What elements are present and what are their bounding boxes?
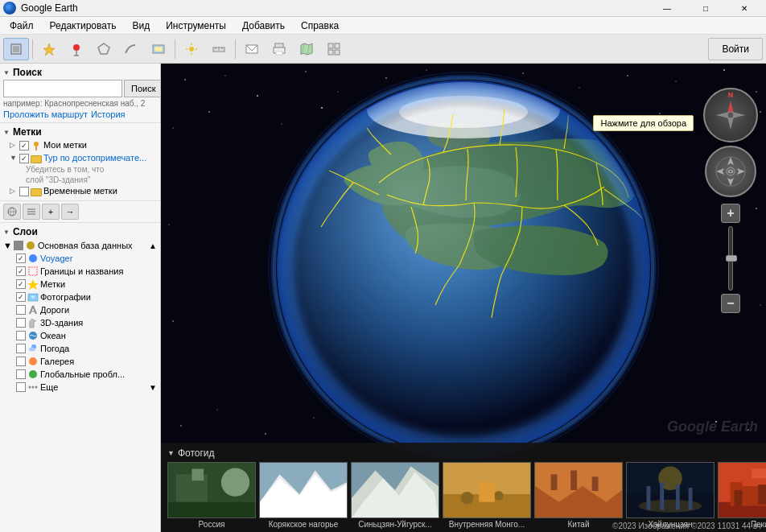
svg-rect-8 (154, 47, 163, 52)
photo-xinjiang[interactable]: Синьцзян-Уйгурск... (351, 462, 439, 529)
menu-help[interactable]: Справка (294, 19, 345, 33)
svg-rect-140 (647, 486, 651, 509)
search-button[interactable]: Поиск (124, 80, 161, 97)
checkbox-3d[interactable] (16, 318, 26, 328)
overlay-button[interactable] (146, 38, 171, 60)
compass[interactable]: N (703, 88, 758, 142)
checkbox-marks[interactable]: ✓ (16, 279, 26, 289)
placemark-button[interactable] (64, 38, 89, 60)
layers-header[interactable]: ▼ Слои (3, 226, 157, 237)
layer-weather: Погода (3, 342, 157, 355)
zoom-out-button[interactable]: − (721, 294, 740, 313)
watermark: Google Earth (667, 419, 758, 435)
checkbox-temp[interactable] (19, 187, 29, 196)
menu-edit[interactable]: Редактировать (43, 19, 123, 33)
layer-marks-label: Метки (40, 279, 65, 289)
checkbox-voyager[interactable]: ✓ (16, 254, 26, 263)
main-layout: ▼ Поиск Поиск например: Краснопресненска… (0, 64, 766, 532)
photo-heilongjiang[interactable]: Хэйлунцзян (626, 462, 715, 529)
toolbar-sep-3 (235, 39, 236, 59)
menu-file[interactable]: Файл (3, 19, 40, 33)
route-link[interactable]: Проложить маршрут (3, 109, 88, 119)
photogid-header: ▼ Фотогид (161, 446, 766, 462)
scroll-down-icon[interactable]: ▼ (149, 383, 157, 392)
checkbox-gallery[interactable] (16, 357, 26, 366)
compass-n-label: N (728, 91, 734, 99)
svg-rect-149 (735, 490, 743, 506)
layer-roads: Дороги (3, 303, 157, 316)
ruler-button[interactable] (206, 38, 232, 60)
marks-header[interactable]: ▼ Метки (3, 126, 157, 138)
svg-rect-141 (660, 482, 664, 509)
svg-line-44 (33, 306, 36, 314)
checkbox-main-db[interactable] (14, 241, 23, 250)
login-button[interactable]: Войти (708, 38, 763, 60)
checkbox-photos[interactable]: ✓ (16, 292, 26, 302)
photo-thumb-china (534, 462, 623, 518)
search-input[interactable] (3, 80, 122, 97)
checkbox-roads[interactable] (16, 305, 26, 315)
move-tool-button[interactable] (3, 38, 29, 60)
zoom-slider-track[interactable] (728, 226, 733, 291)
expand-tour[interactable]: ▼ (10, 154, 18, 162)
close-button[interactable]: ✕ (726, 0, 763, 17)
buildings-icon (27, 317, 39, 328)
menu-add[interactable]: Добавить (236, 19, 291, 33)
scroll-up-icon[interactable]: ▲ (149, 241, 157, 250)
checkbox-weather[interactable] (16, 344, 26, 353)
tour-warn-text: Убедитесь в том, чтослой "3D-здания" (3, 164, 157, 185)
layer-add-btn[interactable]: + (42, 204, 60, 220)
polygon-button[interactable] (91, 38, 117, 60)
menu-tools[interactable]: Инструменты (159, 19, 233, 33)
checkbox-borders[interactable]: ✓ (16, 266, 26, 276)
path-button[interactable] (118, 38, 144, 60)
photogid-triangle[interactable]: ▼ (167, 449, 175, 457)
checkbox-my-marks[interactable]: ✓ (19, 141, 29, 151)
layer-voyager-label[interactable]: Voyager (40, 254, 72, 263)
marks-item-my-label: Мои метки (43, 140, 87, 150)
expand-my-marks[interactable]: ▷ (10, 141, 18, 149)
photo-koryak[interactable]: Корякское нагорье (259, 462, 348, 529)
map-button[interactable] (294, 38, 319, 60)
expand-temp[interactable]: ▷ (10, 187, 18, 195)
photo-russia[interactable]: Россия (167, 462, 256, 529)
checkbox-tour[interactable]: ✓ (19, 154, 29, 163)
search-header[interactable]: ▼ Поиск (3, 67, 157, 78)
status-text: ©2023 Изображения ©2023 11031 44 вч (612, 522, 761, 530)
layer-globe-btn[interactable] (3, 204, 21, 220)
maximize-button[interactable]: □ (687, 0, 724, 17)
photo-china[interactable]: Китай (534, 462, 623, 529)
photo-mongolia[interactable]: Внутренняя Монго... (443, 462, 531, 529)
zoom-in-button[interactable]: + (721, 204, 740, 223)
svg-point-71 (172, 127, 173, 128)
map-area[interactable]: N (161, 64, 766, 532)
tilt-ring[interactable] (705, 146, 756, 197)
layer-3d-label: 3D-здания (40, 318, 83, 328)
layer-borders-label: Границы и названия (40, 266, 123, 276)
zoom-slider-thumb[interactable] (726, 255, 737, 262)
email-button[interactable] (239, 38, 265, 60)
checkbox-more[interactable] (16, 382, 26, 392)
pushpin-button[interactable] (36, 38, 62, 60)
print-button[interactable] (266, 38, 292, 60)
layer-arrow-btn[interactable]: → (61, 204, 79, 220)
checkbox-ocean[interactable] (16, 331, 26, 340)
global-icon (27, 369, 39, 380)
minimize-button[interactable]: — (649, 0, 686, 17)
svg-marker-6 (98, 43, 109, 54)
marks-item-tour-label[interactable]: Тур по достопримечате... (43, 153, 146, 163)
layers-section: ▼ Слои ▼ Основная база данных ▲ ✓ Voyage… (0, 223, 160, 532)
marks-section: ▼ Метки ▷ ✓ Мои метки ▼ ✓ Тур по достопр… (0, 123, 160, 201)
menu-view[interactable]: Вид (126, 19, 156, 33)
svg-point-128 (461, 492, 474, 505)
grid-button[interactable] (321, 38, 347, 60)
checkbox-global[interactable] (16, 369, 26, 379)
svg-point-58 (224, 75, 225, 76)
ocean-icon (27, 330, 39, 341)
marks-item-temp-label: Временные метки (43, 186, 117, 196)
photo-beijing[interactable]: Пекин (718, 462, 766, 529)
expand-main-db[interactable]: ▼ (3, 241, 12, 250)
history-link[interactable]: История (91, 109, 126, 119)
layer-list-btn[interactable] (23, 204, 40, 220)
sun-button[interactable] (179, 38, 204, 60)
